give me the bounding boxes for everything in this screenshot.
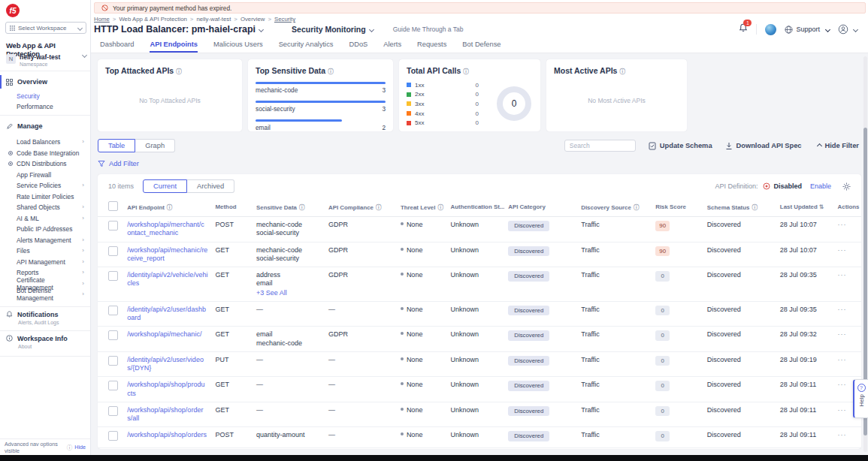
- breadcrumb-item[interactable]: Overview: [240, 16, 265, 23]
- sidebar-item-load-balancers[interactable]: Load Balancers›: [0, 137, 90, 148]
- sidebar-item-cdn-distributions[interactable]: CDN Distributions: [0, 158, 90, 170]
- hide-filter-button[interactable]: Hide Filter: [815, 142, 859, 149]
- row-checkbox[interactable]: [108, 246, 118, 256]
- row-checkbox[interactable]: [108, 431, 118, 441]
- api-endpoint-link[interactable]: /identity/api/v2/user/dashboard: [127, 306, 207, 323]
- sidebar-item-public-ip-addresses[interactable]: Public IP Addresses: [0, 224, 90, 235]
- update-schema-button[interactable]: Update Schema: [649, 142, 712, 150]
- info-icon[interactable]: ⓘ: [619, 68, 625, 75]
- row-actions-button[interactable]: ···: [838, 406, 847, 414]
- info-icon[interactable]: ⓘ: [463, 68, 469, 75]
- api-endpoint-link[interactable]: /workshop/api/mechanic/receive_report: [127, 246, 207, 264]
- sidebar-item-alerts-management[interactable]: Alerts Management›: [0, 235, 90, 246]
- sidebar-item-files[interactable]: Files›: [0, 246, 90, 257]
- sidebar-item-notifications[interactable]: Notifications Alerts, Audit Logs: [6, 311, 87, 325]
- support-menu[interactable]: Support: [785, 26, 830, 34]
- breadcrumb-item[interactable]: Home: [94, 16, 110, 23]
- column-header-threat-level[interactable]: Threat Levelⓘ: [397, 197, 447, 217]
- f5-logo[interactable]: f5: [6, 4, 20, 17]
- info-icon[interactable]: ⓘ: [328, 68, 334, 75]
- sidebar-item-overview[interactable]: Overview: [0, 75, 90, 89]
- column-header-last-updated[interactable]: Last Updated⇅: [776, 197, 834, 217]
- api-endpoint-link[interactable]: /workshop/api/mechanic/: [127, 330, 207, 339]
- sidebar-item-workspace-info[interactable]: Workspace Info About: [6, 335, 87, 349]
- api-endpoint-link[interactable]: /identity/api/v2/user/videos/{DYN}: [127, 356, 207, 373]
- distributed-cloud-icon[interactable]: [765, 24, 776, 35]
- select-workspace-dropdown[interactable]: Select Workspace: [5, 22, 86, 34]
- row-checkbox[interactable]: [108, 406, 118, 416]
- row-checkbox[interactable]: [108, 356, 118, 366]
- sidebar-item-service-policies[interactable]: Service Policies›: [0, 180, 90, 191]
- sidebar-item-performance[interactable]: Performance: [17, 103, 53, 110]
- info-icon[interactable]: ⓘ: [752, 204, 758, 211]
- column-header-authentication-st-[interactable]: Authentication St...: [447, 197, 505, 217]
- hide-nav-link[interactable]: Hide: [74, 444, 86, 450]
- column-header-schema-status[interactable]: Schema Statusⓘ: [703, 197, 776, 217]
- download-api-spec-button[interactable]: Download API Spec: [725, 142, 802, 150]
- sidebar-item-bot-defense-management[interactable]: Bot Defense Management›: [0, 289, 90, 300]
- tab-alerts[interactable]: Alerts: [383, 41, 401, 53]
- tab-dashboard[interactable]: Dashboard: [100, 41, 134, 53]
- chevron-down-icon[interactable]: [259, 26, 264, 32]
- sidebar-item-security[interactable]: Security: [17, 92, 40, 100]
- column-header-method[interactable]: Method: [211, 197, 253, 217]
- info-icon[interactable]: ⓘ: [299, 204, 305, 211]
- gear-icon[interactable]: [842, 182, 851, 191]
- sidebar-item-rate-limiter-policies[interactable]: Rate Limiter Policies: [0, 191, 90, 203]
- select-all-checkbox[interactable]: [108, 201, 118, 211]
- info-icon[interactable]: ⓘ: [167, 204, 173, 211]
- see-all-link[interactable]: +3 See All: [256, 289, 321, 297]
- row-actions-button[interactable]: ···: [838, 306, 847, 313]
- user-menu[interactable]: [838, 24, 857, 35]
- breadcrumb-item[interactable]: Web App & API Protection: [119, 16, 186, 23]
- tab-requests[interactable]: Requests: [417, 41, 446, 53]
- tab-malicious-users[interactable]: Malicious Users: [213, 41, 263, 53]
- sidebar-item-api-management[interactable]: API Management›: [0, 257, 90, 268]
- current-filter-button[interactable]: Current: [143, 179, 187, 193]
- graph-view-button[interactable]: Graph: [135, 139, 175, 152]
- row-checkbox[interactable]: [108, 381, 118, 390]
- row-actions-button[interactable]: ···: [838, 356, 847, 363]
- tab-security-analytics[interactable]: Security Analytics: [279, 41, 334, 53]
- chevron-down-icon[interactable]: [369, 26, 374, 32]
- search-input[interactable]: [564, 140, 636, 152]
- row-actions-button[interactable]: ···: [838, 246, 847, 254]
- row-checkbox[interactable]: [108, 271, 118, 281]
- tab-bot-defense[interactable]: Bot Defense: [462, 41, 501, 53]
- column-header-discovery-source[interactable]: Discovery Sourceⓘ: [577, 197, 652, 217]
- api-endpoint-link[interactable]: /workshop/api/merchant/contact_mechanic: [127, 221, 207, 238]
- breadcrumb-item[interactable]: nelly-waf-test: [196, 16, 231, 23]
- row-actions-button[interactable]: ···: [838, 431, 847, 438]
- info-icon[interactable]: ⓘ: [176, 68, 182, 75]
- api-endpoint-link[interactable]: /workshop/api/shop/products: [127, 381, 207, 398]
- guide-me-link[interactable]: Guide Me Through a Tab: [393, 26, 464, 33]
- sidebar-item-ai-ml[interactable]: AI & ML›: [0, 213, 90, 224]
- tab-api-endpoints[interactable]: API Endpoints: [150, 41, 198, 53]
- sidebar-item-shared-objects[interactable]: Shared Objects›: [0, 202, 90, 213]
- row-checkbox[interactable]: [108, 306, 118, 315]
- column-header-api-endpoint[interactable]: API Endpointⓘ: [123, 197, 211, 217]
- column-header-actions[interactable]: Actions: [834, 197, 861, 217]
- tab-ddos[interactable]: DDoS: [349, 41, 367, 53]
- notifications-bell-button[interactable]: 1: [739, 23, 748, 36]
- archived-filter-button[interactable]: Archived: [187, 179, 234, 193]
- info-icon[interactable]: ⓘ: [437, 204, 443, 211]
- row-checkbox[interactable]: [108, 221, 118, 230]
- column-header-sensitive-data[interactable]: Sensitive Dataⓘ: [253, 197, 325, 217]
- row-actions-button[interactable]: ···: [838, 381, 847, 388]
- sidebar-item-app-firewall[interactable]: App Firewall: [0, 170, 90, 181]
- row-actions-button[interactable]: ···: [838, 271, 847, 279]
- breadcrumb-item[interactable]: Security: [274, 16, 295, 23]
- row-actions-button[interactable]: ···: [838, 330, 847, 338]
- namespace-selector[interactable]: N nelly-waf-test Namespace: [6, 53, 86, 67]
- row-actions-button[interactable]: ···: [838, 221, 847, 228]
- help-tab[interactable]: ? Help: [853, 379, 868, 418]
- add-filter-button[interactable]: Add Filter: [98, 160, 861, 167]
- api-endpoint-link[interactable]: /workshop/api/shop/orders/all: [127, 406, 207, 423]
- enable-api-definition-link[interactable]: Enable: [810, 182, 831, 190]
- sidebar-item-code-base-integration[interactable]: Code Base Integration: [0, 148, 90, 159]
- info-icon[interactable]: ⓘ: [376, 204, 382, 211]
- info-icon[interactable]: ⓘ: [634, 204, 640, 211]
- column-header-api-category[interactable]: API Category: [504, 197, 577, 217]
- sort-icon[interactable]: ⇅: [819, 203, 824, 210]
